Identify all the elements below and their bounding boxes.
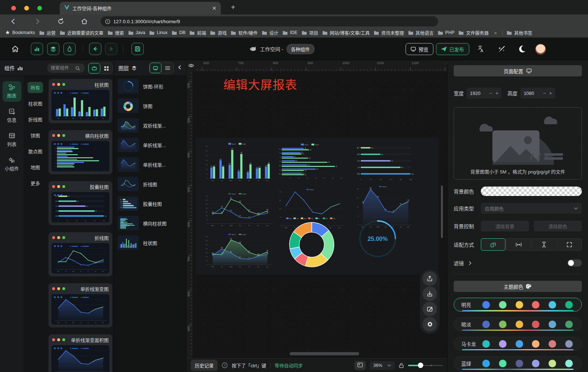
tab-close-icon[interactable]: ✕	[212, 5, 217, 12]
category-item[interactable]: 所有	[28, 82, 43, 93]
bookmark-folder[interactable]: 项目	[302, 29, 318, 36]
bookmark-folder[interactable]: Linux	[149, 29, 168, 36]
component-search[interactable]	[47, 63, 85, 73]
thumbnail-view-button[interactable]	[150, 63, 161, 73]
history-button[interactable]: 历史记录	[191, 360, 218, 371]
theme-color-button[interactable]: 主题颜色	[454, 281, 582, 292]
fit-width-button[interactable]	[506, 238, 531, 251]
dark-mode-moon-icon[interactable]	[518, 45, 526, 55]
other-bookmarks-folder[interactable]: 其他书签	[507, 29, 532, 36]
decrement-icon[interactable]: −	[489, 90, 492, 96]
bookmark-folder[interactable]: PHP	[438, 29, 455, 36]
zoom-select[interactable]: 36%	[370, 361, 395, 370]
help-icon[interactable]: ?	[222, 362, 228, 368]
dashboard-page[interactable]: data1data2050100150200250300350MonTueWed…	[196, 138, 438, 275]
canvas-chart-capsule[interactable]: 厦门20南阳40北京60上海80新疆100020406080100	[354, 143, 415, 180]
bookmark-folder[interactable]: DB	[172, 29, 185, 36]
component-card[interactable]: 柱状图MonTueWedThuFriSatSun	[49, 79, 112, 123]
component-card[interactable]: 折线图MonTueWedThuFriSatSun	[49, 232, 112, 276]
canvas-vertical-scrollbar[interactable]	[441, 185, 443, 238]
bookmark-folder[interactable]: 游戏	[210, 29, 227, 36]
component-card[interactable]: 胶囊柱图厦门20南阳40北京60上海80新疆100020406080100	[49, 181, 112, 225]
import-icon[interactable]	[423, 287, 437, 301]
category-item[interactable]: 散点图	[25, 146, 45, 157]
increment-icon[interactable]: +	[549, 90, 552, 96]
browser-tab[interactable]: 工作空间-各种组件 ✕	[60, 2, 221, 14]
fit-height-button[interactable]	[532, 238, 556, 251]
home-icon[interactable]	[80, 17, 88, 25]
category-item[interactable]: 折线图	[25, 114, 45, 125]
bookmarks-manager[interactable]: Bookmarks	[5, 30, 35, 35]
fit-auto-button[interactable]	[481, 238, 505, 251]
layer-item[interactable]: 柱状图	[118, 235, 182, 250]
list-view-button[interactable]	[161, 63, 173, 73]
window-zoom-button[interactable]	[37, 6, 42, 11]
slider-thumb[interactable]	[418, 363, 423, 368]
theme-row[interactable]: 明亮	[454, 298, 582, 312]
width-stepper[interactable]: −+	[467, 88, 501, 99]
increment-icon[interactable]: +	[495, 90, 498, 96]
sidebar-item-list[interactable]: 列表	[3, 130, 21, 150]
layer-item[interactable]: 双折线渐...	[118, 118, 182, 133]
edit-icon[interactable]	[423, 302, 437, 316]
save-button[interactable]	[131, 43, 144, 55]
clear-background-button[interactable]: 清除背景	[481, 221, 529, 231]
category-item[interactable]: 饼图	[28, 130, 43, 141]
category-item[interactable]: 更多	[28, 177, 43, 189]
page-config-button[interactable]: 页面配置	[454, 65, 582, 76]
canvas-chart-pie[interactable]: MonTueWedThuFriSatSun	[276, 217, 347, 268]
canvas-chart-line[interactable]: data1data2050100150200250300350MonTueWed…	[203, 192, 274, 227]
history-panel-button[interactable]	[354, 361, 366, 370]
bookmarks-overflow-button[interactable]: »	[493, 30, 498, 35]
layer-item[interactable]: 单折线渐...	[118, 157, 182, 172]
project-name-pill[interactable]: 各种组件	[286, 44, 315, 54]
height-stepper[interactable]: −+	[520, 88, 555, 99]
layer-item[interactable]: 单折线渐...	[118, 138, 182, 152]
clear-color-button[interactable]: 清除颜色	[534, 221, 582, 231]
preview-button[interactable]: 预览	[406, 43, 433, 55]
toggle-components-panel-button[interactable]	[31, 43, 43, 55]
bookmark-folder[interactable]: 软件/硬件	[231, 29, 257, 36]
chevron-right-icon[interactable]	[469, 261, 472, 265]
component-card[interactable]: 单折线渐变图MonTueWedThuFriSatSun	[49, 283, 112, 327]
theme-row[interactable]: 马卡龙	[454, 337, 582, 351]
canvas-viewport[interactable]: 编辑大屏报表 data1data2050100150200250300350Mo…	[186, 60, 447, 358]
bookmark-folder[interactable]: 前端	[189, 29, 206, 36]
bg-color-swatch[interactable]	[481, 187, 582, 196]
grid-view-button[interactable]	[100, 63, 112, 74]
layer-item[interactable]: 横向柱状图	[118, 216, 182, 230]
layer-item[interactable]: 折线图	[118, 177, 182, 191]
window-minimize-button[interactable]	[24, 6, 29, 11]
export-icon[interactable]	[423, 271, 437, 286]
filter-toggle[interactable]	[567, 259, 582, 267]
sidebar-item-charts[interactable]: 图表	[3, 81, 21, 102]
layer-item[interactable]: 饼图	[118, 99, 182, 113]
bookmark-folder[interactable]: 其他语言	[408, 29, 434, 36]
sidebar-item-info[interactable]: A信息	[3, 105, 21, 126]
collapse-panel-icon[interactable]	[177, 65, 182, 71]
category-item[interactable]: 柱状图	[25, 98, 45, 109]
canvas-chart-double-gradient-line[interactable]: data1data2050100150200250300350MonTueWed…	[203, 233, 274, 268]
canvas-chart-progress-ring[interactable]: 25.00%	[357, 220, 398, 258]
app-home-icon[interactable]	[11, 45, 19, 53]
omnibox[interactable]: 127.0.0.1:3000/#/chart/home/9	[101, 16, 438, 26]
bookmark-folder[interactable]: 设计	[262, 29, 278, 36]
bookmark-folder[interactable]: 文件服务器	[458, 29, 489, 36]
category-item[interactable]: 地图	[28, 162, 43, 173]
new-tab-button[interactable]: +	[231, 4, 235, 11]
forward-icon[interactable]	[33, 17, 41, 25]
bookmark-folder[interactable]: 资讯未整理	[374, 29, 404, 36]
bookmark-folder[interactable]: IDE	[282, 29, 298, 36]
language-icon[interactable]: 文A	[476, 45, 485, 55]
page-info-icon[interactable]	[105, 19, 110, 24]
layer-item[interactable]: 厦门南阳北京上海新疆胶囊柱图	[118, 196, 182, 211]
undo-button[interactable]	[89, 43, 101, 55]
canvas-chart-horizontal-bar[interactable]: data1data2050100150200250300350SunSatFri…	[277, 143, 346, 179]
component-card[interactable]: 单折线渐变面积图MonTueWedThuFriSatSun	[49, 334, 112, 372]
bookmark-folder[interactable]: 运营	[39, 29, 56, 36]
zoom-slider[interactable]	[408, 365, 443, 366]
settings-gear-icon[interactable]	[423, 317, 437, 331]
bookmark-folder[interactable]: 近期需要读的文章	[60, 29, 104, 36]
toggle-details-panel-button[interactable]	[63, 43, 76, 55]
height-input[interactable]	[524, 91, 539, 96]
